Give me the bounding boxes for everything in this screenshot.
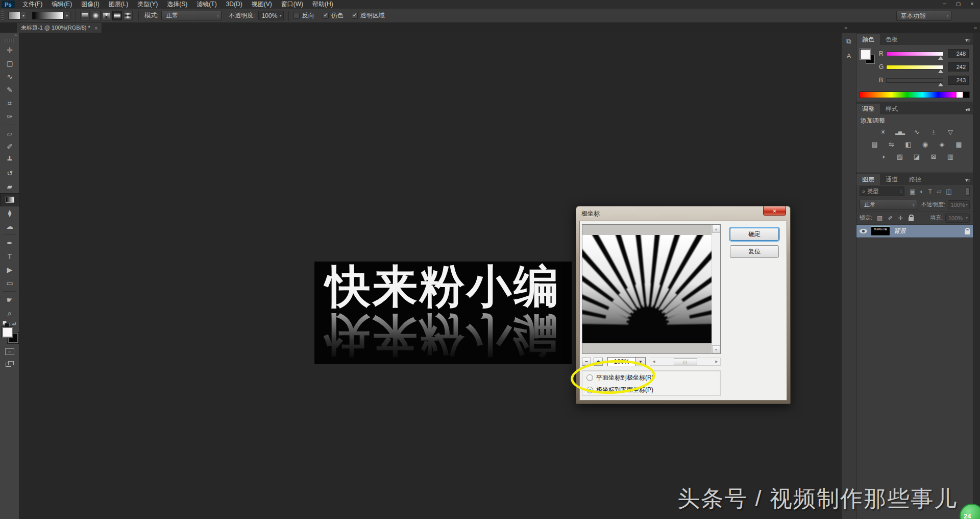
menu-type[interactable]: 类型(Y) (133, 0, 162, 9)
menu-help[interactable]: 帮助(H) (308, 0, 338, 9)
preview-vertical-scrollbar[interactable]: ▲ ▼ (712, 225, 720, 353)
default-colors-icon[interactable] (3, 321, 7, 325)
ok-button[interactable]: 确定 (730, 228, 779, 241)
blur-tool[interactable]: ⧫ (0, 206, 19, 220)
filter-image-icon[interactable]: ▣ (910, 188, 915, 195)
eyedropper-tool[interactable]: ✑ (0, 110, 19, 123)
opacity-value-box[interactable]: 100% ▾ (258, 11, 284, 20)
tab-color[interactable]: 颜色 (856, 34, 880, 45)
tab-swatches[interactable]: 色板 (880, 34, 903, 45)
gradient-preview[interactable] (32, 12, 64, 19)
slider-thumb-icon[interactable] (938, 69, 943, 73)
filter-adjustment-icon[interactable]: ◐ (920, 188, 923, 195)
channel-slider[interactable] (886, 52, 943, 56)
layer-filter-select[interactable]: ⌕ 类型 ↕ (860, 186, 904, 196)
channel-mixer-icon[interactable]: ◈ (936, 139, 948, 149)
rectangle-tool[interactable]: ▭ (0, 276, 19, 290)
threshold-icon[interactable]: ◪ (911, 152, 923, 161)
tool-preset-picker[interactable] (8, 12, 20, 19)
spot-healing-brush-tool[interactable]: ▱ (0, 127, 19, 140)
reverse-checkbox[interactable]: 反向 (293, 11, 314, 20)
hand-tool[interactable]: ☛ (0, 293, 19, 306)
photo-filter-icon[interactable]: ◉ (919, 139, 932, 149)
scrollbar-thumb[interactable]: ||| (674, 358, 697, 365)
panel-menu-icon[interactable]: ▾≡ (962, 177, 973, 185)
path-selection-tool[interactable]: ▶ (0, 263, 19, 276)
crop-tool[interactable]: ⌗ (0, 97, 19, 110)
restore-button[interactable]: ▢ (951, 0, 965, 8)
tool-preset-arrow-icon[interactable]: ▾ (20, 12, 27, 19)
swap-colors-icon[interactable]: ⇄ (12, 321, 16, 326)
filter-toggle[interactable] (966, 187, 970, 196)
channel-slider[interactable] (886, 78, 943, 83)
tab-adjustments[interactable]: 调整 (856, 104, 880, 114)
selective-color-icon[interactable]: ⊠ (927, 152, 940, 161)
document-tab[interactable]: 未标题-1 @ 100%(RGB/8) * × (17, 23, 102, 33)
dialog-close-button[interactable]: × (763, 206, 786, 216)
gradient-map-icon[interactable]: ▥ (944, 152, 957, 161)
panel-menu-icon[interactable]: ▾≡ (962, 107, 973, 114)
color-lookup-icon[interactable]: ▦ (953, 139, 965, 149)
lock-transparency-icon[interactable]: ▨ (877, 215, 883, 222)
vibrance-icon[interactable]: ▽ (944, 127, 957, 137)
menu-image[interactable]: 图像(I) (77, 0, 104, 9)
channel-value[interactable]: 248 (948, 49, 969, 58)
preview-horizontal-scrollbar[interactable]: ◀ ||| ▶ (650, 358, 721, 366)
filter-smart-object-icon[interactable]: ◫ (946, 188, 951, 195)
menu-3d[interactable]: 3D(D) (222, 0, 247, 9)
blend-mode-select[interactable]: 正常 ↕ (161, 11, 222, 20)
panel-menu-icon[interactable]: ▾≡ (962, 37, 973, 45)
expand-dock-icon[interactable]: » (974, 25, 977, 31)
menu-file[interactable]: 文件(F) (18, 0, 47, 9)
linear-gradient-button[interactable] (80, 11, 90, 20)
workspace-switcher[interactable]: 基本功能 ↕ (896, 11, 951, 21)
white-swatch[interactable] (957, 92, 963, 98)
slider-thumb-icon[interactable] (938, 83, 943, 86)
black-swatch[interactable] (963, 92, 969, 98)
channel-value[interactable]: 242 (948, 62, 969, 72)
lock-position-icon[interactable]: ✛ (898, 215, 903, 222)
foreground-color-swatch[interactable] (860, 49, 870, 59)
tool-separator[interactable] (0, 123, 19, 127)
black-white-icon[interactable]: ◧ (902, 139, 915, 149)
gradient-picker-arrow-icon[interactable]: ▾ (64, 12, 70, 19)
history-panel-icon[interactable]: ⧉ (843, 36, 855, 47)
channel-value[interactable]: 243 (948, 76, 969, 85)
layer-thumbnail[interactable]: 快来粉小编 (871, 226, 890, 236)
layer-opacity-value[interactable]: 100% ▾ (948, 200, 970, 209)
reset-button[interactable]: 复位 (730, 245, 779, 258)
type-tool[interactable]: T (0, 250, 19, 263)
dialog-title-bar[interactable]: 极坐标 (576, 206, 790, 221)
menu-view[interactable]: 视图(V) (247, 0, 277, 9)
character-panel-icon[interactable]: A (843, 50, 855, 61)
layer-name[interactable]: 背景 (894, 227, 906, 235)
checkbox-box[interactable] (293, 13, 300, 19)
scroll-left-icon[interactable]: ◀ (650, 358, 657, 365)
foreground-color-swatch[interactable] (2, 327, 13, 338)
clone-stamp-tool[interactable]: ┻ (0, 153, 19, 167)
color-ramp[interactable] (860, 91, 970, 98)
scroll-down-icon[interactable]: ▼ (712, 345, 720, 353)
scroll-right-icon[interactable]: ▶ (713, 358, 720, 365)
menu-window[interactable]: 窗口(W) (277, 0, 308, 9)
menu-filter[interactable]: 滤镜(T) (192, 0, 221, 9)
gradient-tool[interactable] (0, 193, 19, 206)
checkbox-box[interactable] (352, 13, 358, 19)
layer-row-background[interactable]: 快来粉小编 背景 (856, 225, 973, 238)
history-brush-tool[interactable]: ↺ (0, 167, 19, 180)
checkbox-box[interactable] (323, 13, 329, 19)
close-button[interactable]: × (965, 0, 979, 8)
brush-tool[interactable]: ✐ (0, 140, 19, 153)
tab-paths[interactable]: 路径 (903, 174, 927, 185)
collapse-dock-icon[interactable]: « (844, 25, 847, 31)
minimize-button[interactable]: ─ (938, 0, 951, 8)
channel-slider[interactable] (886, 65, 943, 69)
lasso-tool[interactable]: ∿ (0, 70, 19, 83)
filter-shape-icon[interactable]: ▱ (937, 188, 941, 195)
curves-icon[interactable]: ∿ (911, 127, 923, 137)
preview-image[interactable] (582, 235, 712, 343)
screen-mode-button[interactable] (6, 361, 14, 367)
brightness-contrast-icon[interactable]: ☀ (877, 127, 889, 137)
dither-checkbox[interactable]: 仿色 (323, 11, 344, 20)
color-balance-icon[interactable]: ⇋ (886, 139, 898, 149)
